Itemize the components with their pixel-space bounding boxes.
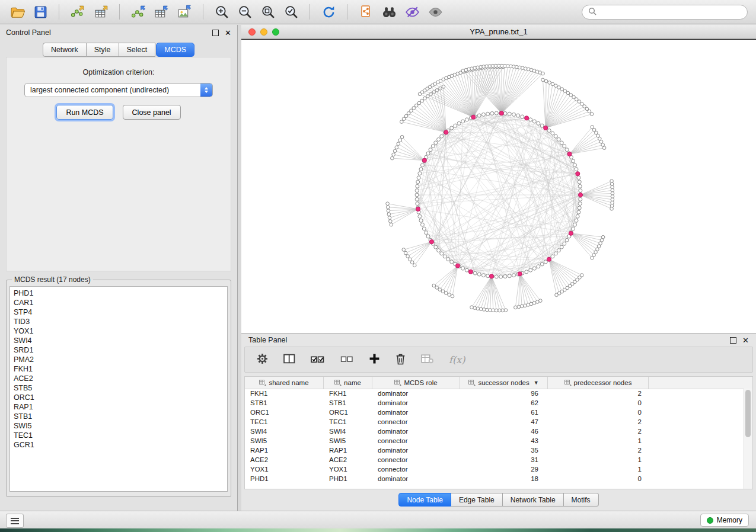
table-cell[interactable]: dominator [372,475,460,482]
table-row[interactable]: YOX1YOX1connector291 [245,464,744,474]
show-column-panel-icon[interactable] [283,354,295,366]
zoom-fit-icon[interactable] [259,3,277,21]
chevron-down-icon[interactable]: ▼ [534,380,539,386]
float-panel-icon[interactable] [212,30,219,36]
table-cell[interactable]: ORC1 [324,409,372,416]
table-cell[interactable]: TEC1 [324,418,372,425]
show-graphics-details-icon[interactable] [426,3,444,21]
table-cell[interactable]: YOX1 [245,466,324,473]
table-cell[interactable]: 1 [548,456,649,463]
search-box[interactable] [582,5,748,20]
tab-network[interactable]: Network [43,43,87,57]
table-cell[interactable]: RAP1 [245,447,324,454]
table-cell[interactable]: 2 [548,447,649,454]
table-cell[interactable]: PHD1 [245,475,324,482]
run-mcds-button[interactable]: Run MCDS [56,105,113,120]
mcds-result-item[interactable]: PMA2 [14,355,224,364]
column-header-successor-nodes[interactable]: successor nodes ▼ [460,377,548,389]
tab-node-table[interactable]: Node Table [398,493,451,507]
table-cell[interactable]: dominator [372,409,460,416]
table-row[interactable]: ACE2ACE2connector311 [245,455,744,464]
table-cell[interactable]: 18 [460,475,548,482]
column-header-mcds-role[interactable]: MCDS role [372,377,460,389]
select-all-columns-icon[interactable] [311,354,324,366]
tab-style[interactable]: Style [87,43,119,57]
table-cell[interactable]: connector [372,437,460,444]
mcds-result-list[interactable]: PHD1CAR1STP4TID3YOX1SWI4SRD1PMA2FKH1ACE2… [9,286,228,492]
table-cell[interactable]: 2 [548,418,649,425]
zoom-in-icon[interactable] [213,3,231,21]
close-panel-icon[interactable]: ✕ [225,29,231,37]
status-menu-button[interactable] [6,514,24,528]
mcds-result-item[interactable]: ORC1 [14,393,224,402]
table-cell[interactable]: 47 [460,418,548,425]
table-cell[interactable]: PHD1 [324,475,372,482]
table-cell[interactable]: connector [372,418,460,425]
export-network-icon[interactable] [129,3,147,21]
mcds-result-item[interactable]: GCR1 [14,440,224,450]
mcds-result-item[interactable]: TID3 [14,317,224,326]
table-cell[interactable]: 1 [548,466,649,473]
open-session-icon[interactable] [8,3,26,21]
table-cell[interactable]: ACE2 [324,456,372,463]
table-cell[interactable]: 46 [460,428,548,435]
import-network-icon[interactable] [69,3,87,21]
mcds-result-item[interactable]: ACE2 [14,374,224,383]
hide-graphics-details-icon[interactable] [403,3,421,21]
tab-motifs[interactable]: Motifs [564,493,599,507]
tab-select[interactable]: Select [119,43,156,57]
table-cell[interactable]: FKH1 [324,390,372,397]
table-cell[interactable]: connector [372,466,460,473]
mcds-result-item[interactable]: STB1 [14,412,224,421]
delete-column-icon[interactable] [395,353,406,367]
table-cell[interactable]: ORC1 [245,409,324,416]
network-canvas[interactable] [241,39,756,333]
table-scrollbar[interactable] [744,389,752,489]
combo-stepper-icon[interactable] [200,84,212,97]
save-session-icon[interactable] [31,3,49,21]
table-cell[interactable]: 43 [460,437,548,444]
table-row[interactable]: SWI5SWI5connector431 [245,436,744,446]
window-close-icon[interactable] [248,28,256,36]
memory-button[interactable]: Memory [700,514,749,527]
window-maximize-icon[interactable] [272,28,279,36]
criterion-select[interactable]: largest connected component (undirected) [24,83,213,97]
export-table-icon[interactable] [152,3,170,21]
export-image-icon[interactable] [176,3,193,21]
table-row[interactable]: FKH1FKH1dominator962 [245,389,744,398]
mcds-result-item[interactable]: SWI5 [14,421,224,431]
table-settings-icon[interactable] [257,353,268,366]
mcds-result-item[interactable]: FKH1 [14,364,224,374]
mcds-result-item[interactable]: SWI4 [14,336,224,345]
window-minimize-icon[interactable] [260,28,267,36]
table-cell[interactable]: STB1 [324,399,372,406]
table-cell[interactable]: 62 [460,399,548,406]
table-row[interactable]: STB1STB1dominator620 [245,398,744,408]
table-cell[interactable]: dominator [372,447,460,454]
table-cell[interactable]: 31 [460,456,548,463]
mcds-result-item[interactable]: YOX1 [14,326,224,336]
table-row[interactable]: RAP1RAP1dominator352 [245,446,744,455]
table-cell[interactable]: 29 [460,466,548,473]
table-cell[interactable]: 1 [548,437,649,444]
mcds-result-item[interactable]: SRD1 [14,345,224,355]
table-cell[interactable]: 61 [460,409,548,416]
tab-edge-table[interactable]: Edge Table [451,493,503,507]
table-cell[interactable]: 0 [548,475,649,482]
scrollbar-thumb[interactable] [745,390,751,437]
table-cell[interactable]: 96 [460,390,548,397]
column-header-name[interactable]: name [324,377,372,389]
import-table-icon[interactable] [92,3,110,21]
table-cell[interactable]: connector [372,456,460,463]
table-row[interactable]: ORC1ORC1dominator610 [245,408,744,417]
table-cell[interactable]: TEC1 [245,418,324,425]
table-cell[interactable]: dominator [372,428,460,435]
search-input[interactable] [600,7,741,17]
find-icon[interactable] [380,3,398,21]
table-cell[interactable]: dominator [372,390,460,397]
zoom-selected-icon[interactable] [282,3,300,21]
table-row[interactable]: SWI4SWI4dominator462 [245,427,744,436]
table-cell[interactable]: FKH1 [245,390,324,397]
column-header-shared-name[interactable]: shared name [245,377,324,389]
tab-mcds[interactable]: MCDS [156,43,194,57]
